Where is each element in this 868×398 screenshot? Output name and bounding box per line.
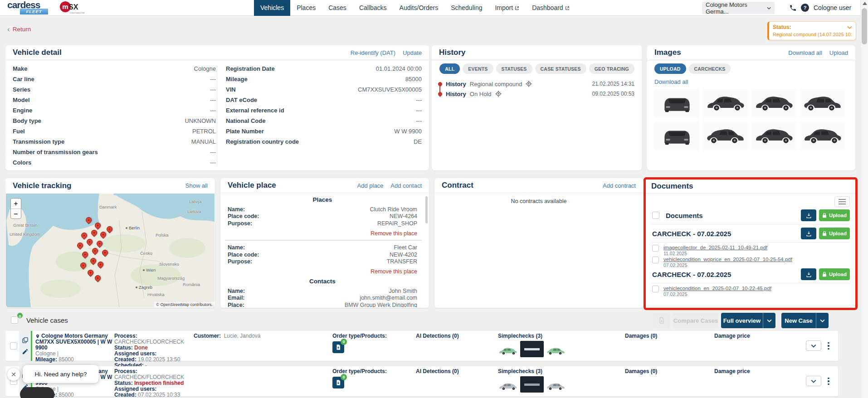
download-all-link[interactable]: Download all xyxy=(788,49,822,56)
history-filter-statuses[interactable]: STATUSES xyxy=(496,63,532,74)
scroll-up-arrow[interactable] xyxy=(863,2,867,5)
upload-button[interactable]: Upload xyxy=(819,268,850,280)
page-scrollbar[interactable] xyxy=(860,0,868,398)
nav-tab-import[interactable]: Import xyxy=(488,0,526,16)
vehicle-photo[interactable] xyxy=(751,121,796,150)
remove-place-link[interactable]: Remove this place xyxy=(371,268,417,275)
upload-button[interactable]: Upload xyxy=(819,209,850,221)
file-link[interactable]: vehiclecondition_en_2025-02-07_10-22-45.… xyxy=(663,286,771,291)
file-link[interactable]: vehiclecondition_woprice_en_2025-02-07_1… xyxy=(663,257,792,262)
vehicle-photo[interactable] xyxy=(654,89,699,118)
nav-tab-scheduling[interactable]: Scheduling xyxy=(444,0,488,16)
zoom-out-button[interactable]: − xyxy=(11,209,21,218)
nav-tab-places[interactable]: Places xyxy=(290,0,322,16)
add-contract-link[interactable]: Add contract xyxy=(603,182,636,189)
menu-hamburger-button[interactable] xyxy=(834,196,850,207)
case-checkbox[interactable] xyxy=(10,342,17,349)
case-row[interactable]: Cologne Motors Germany CM7XX SUVEX5X0000… xyxy=(5,366,838,396)
add-contact-link[interactable]: Add contact xyxy=(390,182,422,189)
map-pin-icon xyxy=(437,81,443,87)
simplecheck-photo-dark[interactable] xyxy=(520,376,544,393)
vehicle-photo[interactable] xyxy=(800,89,845,118)
order-products-button[interactable]: 0 xyxy=(332,377,344,388)
file-checkbox[interactable] xyxy=(652,286,659,292)
order-products-button[interactable]: 0 xyxy=(332,341,344,353)
status-banner[interactable]: Status: Regional compound (14.07.2025 10… xyxy=(767,21,856,40)
user-name[interactable]: Cologne user xyxy=(814,0,851,16)
nav-tab-dashboard[interactable]: Dashboard xyxy=(526,0,576,16)
lock-icon xyxy=(822,272,827,277)
file-checkbox[interactable] xyxy=(652,245,659,252)
phone-icon[interactable] xyxy=(789,4,797,12)
file-checkbox[interactable] xyxy=(652,257,659,263)
chevron-down-icon[interactable] xyxy=(847,26,852,29)
scrollbar-thumb[interactable] xyxy=(862,8,867,44)
case-menu-kebab[interactable] xyxy=(825,340,832,352)
chevron-down-icon[interactable] xyxy=(763,313,775,328)
chat-close-button[interactable]: ✕ xyxy=(7,368,20,381)
simplecheck-photo[interactable] xyxy=(498,380,518,393)
zoom-in-button[interactable]: + xyxy=(11,199,21,209)
vehicle-photo[interactable] xyxy=(751,89,796,118)
show-all-link[interactable]: Show all xyxy=(185,182,208,189)
simplecheck-photo[interactable] xyxy=(546,380,566,393)
history-entry[interactable]: History On Hold 09.02.2025 00:53 xyxy=(438,90,634,98)
download-button[interactable] xyxy=(801,209,816,221)
cardess-fleet-logo[interactable]: cardess FLEET xyxy=(7,0,57,15)
vehicle-photo[interactable] xyxy=(703,121,748,150)
documents-group-row: Documents Upload xyxy=(652,209,850,221)
chat-help-bubble[interactable]: Hi. Need any help? xyxy=(23,365,99,383)
nav-tab-audits-orders[interactable]: Audits/Orders xyxy=(393,0,445,16)
expand-case-button[interactable] xyxy=(806,376,821,386)
case-row[interactable]: Cologne Motors Germany CM7XX SUVEX5X0000… xyxy=(5,331,838,361)
download-button[interactable] xyxy=(801,228,816,239)
nav-tab-cases[interactable]: Cases xyxy=(322,0,353,16)
history-filter-all[interactable]: ALL xyxy=(439,63,460,74)
upload-link[interactable]: Upload xyxy=(829,49,848,56)
nav-tab-callbacks[interactable]: Callbacks xyxy=(353,0,393,16)
nav-tab-vehicles[interactable]: Vehicles xyxy=(254,0,290,16)
history-filter-case-statuses[interactable]: CASE STATUSES xyxy=(535,63,586,74)
simplecheck-photo[interactable] xyxy=(546,345,566,357)
vehicle-photo[interactable] xyxy=(800,121,845,150)
edit-pencil-icon[interactable] xyxy=(22,348,29,355)
geo-target-icon[interactable] xyxy=(495,91,502,97)
expand-case-button[interactable] xyxy=(806,340,821,351)
images-tab-carchecks[interactable]: CARCHECKS xyxy=(689,63,731,74)
history-filter-geo-tracing[interactable]: GEO TRACING xyxy=(589,63,634,74)
panel-scrollbar[interactable] xyxy=(425,196,428,223)
case-menu-kebab[interactable] xyxy=(825,375,832,388)
help-icon[interactable]: ? xyxy=(801,4,809,12)
chat-launcher[interactable] xyxy=(20,387,54,398)
history-filter-events[interactable]: EVENTS xyxy=(463,63,493,74)
tracking-map[interactable]: Great Britain United Kingdom Danmark Lat… xyxy=(6,194,215,307)
images-tab-upload[interactable]: UPLOAD xyxy=(654,63,686,74)
simplecheck-photo[interactable] xyxy=(498,345,518,357)
copy-icon[interactable] xyxy=(22,337,29,344)
download-all-link-secondary[interactable]: Download all xyxy=(654,78,688,85)
new-case-button[interactable]: New Case xyxy=(781,313,829,328)
full-overview-button[interactable]: Full overview xyxy=(721,313,775,328)
geo-target-icon[interactable] xyxy=(526,81,532,87)
chevron-down-icon[interactable] xyxy=(816,313,829,328)
remove-place-link[interactable]: Remove this place xyxy=(371,230,417,237)
vehicle-photo[interactable] xyxy=(703,89,748,118)
documents-checkbox[interactable] xyxy=(652,212,659,219)
brand-name: cardess xyxy=(7,0,57,10)
map-label: Lietuva xyxy=(187,209,201,214)
company-selector[interactable]: Cologne Motors Germa... xyxy=(702,2,775,14)
vehicle-photo[interactable] xyxy=(654,121,699,150)
history-entry[interactable]: History Regional compound 21.02.2025 14:… xyxy=(438,80,634,88)
return-link[interactable]: ‹ Return xyxy=(7,26,31,33)
place-field: Name:Clutch Ride Vroom xyxy=(228,206,417,213)
update-link[interactable]: Update xyxy=(403,49,422,56)
compare-cases-button[interactable]: Compare Cases xyxy=(673,313,718,328)
download-button[interactable] xyxy=(801,268,816,280)
add-place-link[interactable]: Add place xyxy=(357,182,384,189)
document-section-row: CARCHECK - 07.02.2025 Upload xyxy=(652,228,850,239)
file-link[interactable]: imagecollector_de_2025-02-11_10-49-21.pd… xyxy=(663,245,767,250)
reidentify-dat-link[interactable]: Re-identify (DAT) xyxy=(351,49,395,56)
export-cases-button[interactable] xyxy=(653,313,670,328)
upload-button[interactable]: Upload xyxy=(819,228,850,239)
simplecheck-vin-photo[interactable] xyxy=(520,341,544,357)
